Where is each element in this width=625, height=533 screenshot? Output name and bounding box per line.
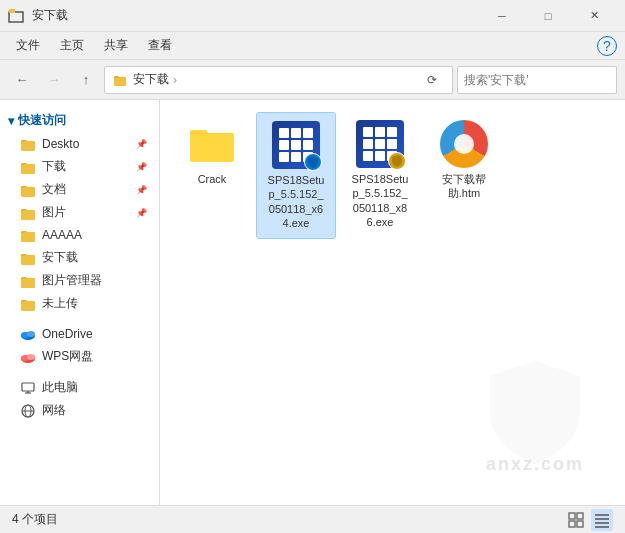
svg-rect-12	[21, 301, 35, 311]
file-icon-sps-x64	[272, 121, 320, 169]
status-bar-right	[565, 509, 613, 531]
quick-access-header[interactable]: ▾ 快速访问	[0, 108, 159, 133]
sidebar-item-network[interactable]: 网络	[0, 399, 159, 422]
svg-point-18	[27, 354, 35, 360]
window-title: 安下载	[32, 7, 68, 24]
file-item-sps-x86[interactable]: SPS18Setup_5.5.152_050118_x86.exe	[340, 112, 420, 239]
maximize-button[interactable]: □	[525, 0, 571, 32]
sidebar-item-picmanager[interactable]: 图片管理器	[0, 269, 159, 292]
sidebar-item-computer[interactable]: 此电脑	[0, 376, 159, 399]
sidebar-item-wps[interactable]: WPS网盘	[0, 345, 159, 368]
folder-svg	[188, 124, 236, 164]
back-button[interactable]: ←	[8, 66, 36, 94]
svg-rect-6	[21, 164, 35, 174]
svg-rect-2	[114, 77, 126, 86]
svg-rect-19	[22, 383, 34, 391]
svg-rect-27	[569, 521, 575, 527]
sidebar-item-docs[interactable]: 文档 📌	[0, 178, 159, 201]
sidebar-item-aaaaa[interactable]: AAAAA	[0, 224, 159, 246]
svg-rect-0	[9, 12, 23, 22]
item-count: 4 个项目	[12, 511, 58, 528]
sidebar-item-label: 安下载	[42, 249, 78, 266]
chevron-icon: ▾	[8, 114, 14, 128]
refresh-button[interactable]: ⟳	[420, 68, 444, 92]
svg-rect-1	[9, 9, 15, 13]
forward-button[interactable]: →	[40, 66, 68, 94]
svg-rect-25	[569, 513, 575, 519]
up-button[interactable]: ↑	[72, 66, 100, 94]
file-label: 安下载帮助.htm	[442, 172, 486, 201]
title-bar-controls: ─ □ ✕	[479, 0, 617, 32]
help-button[interactable]: ?	[597, 36, 617, 56]
sidebar-sep-2	[0, 368, 159, 376]
onedrive-icon	[20, 326, 36, 342]
breadcrumb: 安下载 ›	[133, 71, 177, 88]
watermark-text: anxz.com	[486, 454, 584, 475]
sidebar-item-label: WPS网盘	[42, 348, 93, 365]
sidebar-item-unuploaded[interactable]: 未上传	[0, 292, 159, 315]
svg-rect-7	[21, 187, 35, 197]
sidebar-item-label: 图片	[42, 204, 66, 221]
content-area: Crack	[160, 100, 625, 505]
sidebar: ▾ 快速访问 Deskto 📌 下载 📌 文档 📌	[0, 100, 160, 505]
folder-icon	[20, 182, 36, 198]
pin-icon: 📌	[136, 185, 147, 195]
sidebar-item-desktop[interactable]: Deskto 📌	[0, 133, 159, 155]
file-label: SPS18Setup_5.5.152_050118_x86.exe	[352, 172, 409, 229]
view-large-icons-button[interactable]	[565, 509, 587, 531]
file-item-crack[interactable]: Crack	[172, 112, 252, 239]
breadcrumb-item: 安下载	[133, 71, 169, 88]
sidebar-item-label: 此电脑	[42, 379, 78, 396]
pin-icon: 📌	[136, 208, 147, 218]
menu-home[interactable]: 主页	[52, 33, 92, 58]
sidebar-item-label: 网络	[42, 402, 66, 419]
sidebar-item-label: 未上传	[42, 295, 78, 312]
svg-rect-9	[21, 232, 35, 242]
file-icon-sps-x86	[356, 120, 404, 168]
pin-icon: 📌	[136, 139, 147, 149]
file-icon-crack	[188, 120, 236, 168]
computer-icon	[20, 380, 36, 396]
sidebar-item-label: AAAAA	[42, 228, 82, 242]
sidebar-item-label: 图片管理器	[42, 272, 102, 289]
title-bar-icons	[8, 8, 24, 24]
sidebar-item-pics[interactable]: 图片 📌	[0, 201, 159, 224]
folder-icon	[20, 227, 36, 243]
search-input[interactable]	[464, 73, 614, 87]
file-label: SPS18Setup_5.5.152_050118_x64.exe	[268, 173, 325, 230]
title-bar: 安下载 ─ □ ✕	[0, 0, 625, 32]
folder-icon	[20, 250, 36, 266]
file-icon-htm	[440, 120, 488, 168]
status-bar: 4 个项目	[0, 505, 625, 533]
sidebar-item-onedrive[interactable]: OneDrive	[0, 323, 159, 345]
file-item-htm[interactable]: 安下载帮助.htm	[424, 112, 504, 239]
menu-view[interactable]: 查看	[140, 33, 180, 58]
pin-icon: 📌	[136, 162, 147, 172]
svg-rect-5	[21, 141, 35, 151]
folder-icon	[20, 273, 36, 289]
sidebar-item-label: 下载	[42, 158, 66, 175]
shield-icon	[392, 155, 402, 167]
minimize-button[interactable]: ─	[479, 0, 525, 32]
folder-icon	[20, 136, 36, 152]
main-area: ▾ 快速访问 Deskto 📌 下载 📌 文档 📌	[0, 100, 625, 505]
menu-share[interactable]: 共享	[96, 33, 136, 58]
menu-file[interactable]: 文件	[8, 33, 48, 58]
folder-icon	[113, 73, 127, 87]
close-button[interactable]: ✕	[571, 0, 617, 32]
svg-rect-8	[21, 210, 35, 220]
view-details-button[interactable]	[591, 509, 613, 531]
sidebar-item-downloads[interactable]: 下载 📌	[0, 155, 159, 178]
folder-icon	[20, 159, 36, 175]
large-icons-icon	[568, 512, 584, 528]
sidebar-item-label: OneDrive	[42, 327, 93, 341]
watermark: anxz.com	[485, 356, 585, 485]
file-label: Crack	[198, 172, 227, 186]
sidebar-item-anxiazai[interactable]: 安下载	[0, 246, 159, 269]
watermark-shield-icon	[485, 356, 585, 485]
search-bar[interactable]	[457, 66, 617, 94]
address-bar[interactable]: 安下载 › ⟳	[104, 66, 453, 94]
wps-cloud-icon	[20, 349, 36, 365]
menu-bar: 文件 主页 共享 查看 ?	[0, 32, 625, 60]
file-item-sps-x64[interactable]: SPS18Setup_5.5.152_050118_x64.exe	[256, 112, 336, 239]
